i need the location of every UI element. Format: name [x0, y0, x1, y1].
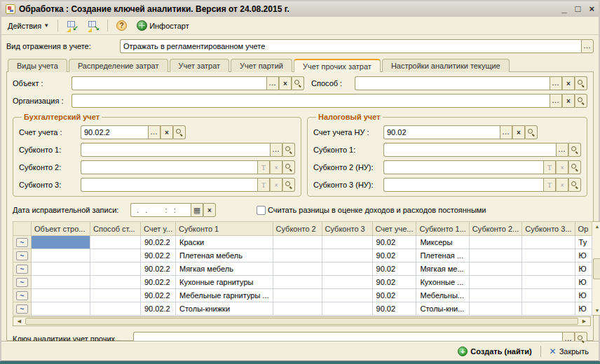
table-cell[interactable] — [32, 249, 90, 262]
organization-open-button[interactable] — [575, 94, 587, 108]
tab-raspredelenie-zatrat[interactable]: Распределение затрат — [69, 59, 168, 72]
object-clear-button[interactable]: × — [279, 76, 292, 90]
table-row[interactable]: ~90.02.2Мягкая мебель90.02Мягкая ме...Ю — [13, 262, 592, 276]
table-cell[interactable]: 90.02.2 — [141, 262, 176, 276]
object-select-button[interactable]: ... — [266, 76, 279, 90]
table-row[interactable]: ~90.02.2Столы-книжки90.02Столы-кни...Ю — [13, 302, 592, 316]
column-header[interactable]: Субконто 1 — [176, 222, 273, 236]
sposob-clear-button[interactable]: × — [562, 76, 575, 90]
table-cell[interactable]: 90.02 — [372, 289, 416, 302]
table-cell[interactable] — [273, 276, 322, 289]
column-header[interactable]: Объект стро... — [32, 222, 90, 236]
column-header[interactable]: Субконто 3... — [522, 222, 575, 236]
table-cell[interactable] — [32, 302, 90, 316]
table-cell[interactable] — [32, 276, 90, 289]
tax-subkonto3-clear-button[interactable]: × — [556, 178, 568, 192]
table-cell[interactable] — [322, 236, 372, 249]
table-cell[interactable]: Ту — [575, 236, 592, 249]
table-cell[interactable] — [469, 276, 521, 289]
table-cell[interactable] — [522, 276, 575, 289]
table-row[interactable]: ~90.02.2Мебельные гарнитуры ...90.02Мебе… — [13, 289, 592, 302]
table-row[interactable]: ~90.02.2Кухонные гарнитуры90.02Кухонные … — [13, 276, 592, 289]
table-cell[interactable]: Ю — [575, 262, 592, 276]
table-cell[interactable] — [522, 236, 575, 249]
tax-account-open-button[interactable] — [525, 125, 538, 139]
table-cell[interactable]: Миксеры — [416, 236, 469, 249]
table-cell[interactable]: Ю — [575, 302, 592, 316]
horizontal-scrollbar[interactable]: ◀ ▶ — [13, 316, 591, 326]
tax-subkonto3-type-button[interactable]: T — [543, 178, 556, 192]
tab-uchet-zatrat[interactable]: Учет затрат — [170, 59, 230, 72]
table-cell[interactable]: 90.02.2 — [141, 276, 176, 289]
create-find-button[interactable]: + Создать (найти) — [455, 345, 534, 358]
table-cell[interactable]: Мягкая ме... — [416, 262, 469, 276]
column-header[interactable]: Счет уче... — [372, 222, 416, 236]
subkonto2-open-button[interactable] — [282, 160, 295, 174]
differences-checkbox[interactable] — [257, 206, 266, 215]
table-cell[interactable] — [32, 236, 90, 249]
tax-subkonto2-input[interactable] — [383, 160, 543, 174]
calendar-icon[interactable]: ▦ — [191, 203, 203, 217]
column-header[interactable]: Субконто 2 — [273, 222, 322, 236]
account-open-button[interactable] — [173, 125, 186, 139]
table-cell[interactable] — [469, 289, 521, 302]
table-row[interactable]: ~90.02.2Плетеная мебель90.02Плетеная ...… — [13, 249, 592, 262]
tax-subkonto1-select-button[interactable]: ... — [556, 143, 568, 157]
table-cell[interactable] — [522, 262, 575, 276]
organization-input[interactable] — [71, 94, 550, 108]
tax-subkonto3-open-button[interactable] — [568, 178, 581, 192]
table-cell[interactable]: Мягкая мебель — [176, 262, 273, 276]
subkonto3-input[interactable] — [81, 178, 257, 192]
tax-subkonto2-open-button[interactable] — [568, 160, 581, 174]
organization-clear-button[interactable]: × — [562, 94, 575, 108]
restore-values-button[interactable]: ↙ — [63, 19, 81, 32]
vertical-scroll-thumb[interactable] — [593, 258, 600, 279]
table-cell[interactable]: Столы-книжки — [176, 302, 273, 316]
tax-account-select-button[interactable]: ... — [500, 125, 512, 139]
table-row[interactable]: ~90.02.2Краски90.02МиксерыТу — [13, 236, 592, 249]
table-cell[interactable] — [522, 302, 575, 316]
row-marker-cell[interactable]: ~ — [13, 302, 32, 316]
table-cell[interactable] — [90, 302, 141, 316]
organization-select-button[interactable]: ... — [550, 94, 562, 108]
minimize-button[interactable]: _ — [561, 4, 566, 14]
subkonto1-open-button[interactable] — [282, 143, 295, 157]
table-cell[interactable]: 90.02.2 — [141, 289, 176, 302]
maximize-button[interactable]: □ — [575, 4, 581, 14]
reflection-select-button[interactable]: ... — [581, 39, 594, 53]
vertical-scrollbar[interactable]: ▲ ▼ — [592, 221, 600, 316]
table-cell[interactable]: 90.02.2 — [141, 249, 176, 262]
table-cell[interactable]: 90.02 — [372, 236, 416, 249]
row-marker-cell[interactable]: ~ — [13, 276, 32, 289]
table-cell[interactable] — [273, 262, 322, 276]
row-marker-cell[interactable]: ~ — [13, 289, 32, 302]
column-header[interactable]: Способ ст... — [90, 222, 141, 236]
tax-account-clear-button[interactable]: × — [512, 125, 525, 139]
object-open-button[interactable] — [292, 76, 304, 90]
table-cell[interactable]: 90.02 — [372, 249, 416, 262]
table-cell[interactable]: 90.02.2 — [141, 236, 176, 249]
correction-date-clear-button[interactable]: × — [203, 203, 216, 217]
account-select-button[interactable]: ... — [148, 125, 161, 139]
column-header[interactable]: Счет у... — [141, 222, 176, 236]
tab-uchet-partiy[interactable]: Учет партий — [231, 59, 292, 72]
table-cell[interactable] — [273, 249, 322, 262]
table-cell[interactable] — [322, 262, 372, 276]
tab-nastroyki-analitiki[interactable]: Настройки аналитики текущие — [382, 59, 510, 72]
table-cell[interactable] — [469, 249, 521, 262]
sposob-select-button[interactable]: ... — [550, 76, 562, 90]
table-cell[interactable] — [32, 289, 90, 302]
column-header[interactable]: Субконто 2... — [469, 222, 521, 236]
subkonto1-select-button[interactable]: ... — [270, 143, 282, 157]
table-cell[interactable]: Ю — [575, 249, 592, 262]
sposob-open-button[interactable] — [575, 76, 587, 90]
table-cell[interactable]: Кухонные ... — [416, 276, 469, 289]
tab-vidy-ucheta[interactable]: Виды учета — [8, 59, 67, 72]
account-clear-button[interactable]: × — [161, 125, 173, 139]
row-marker-cell[interactable]: ~ — [13, 262, 32, 276]
table-cell[interactable] — [322, 289, 372, 302]
subkonto3-clear-button[interactable]: × — [270, 178, 282, 192]
column-header[interactable]: Субконто 1... — [416, 222, 469, 236]
tax-subkonto1-input[interactable] — [383, 143, 556, 157]
subkonto2-input[interactable] — [81, 160, 257, 174]
